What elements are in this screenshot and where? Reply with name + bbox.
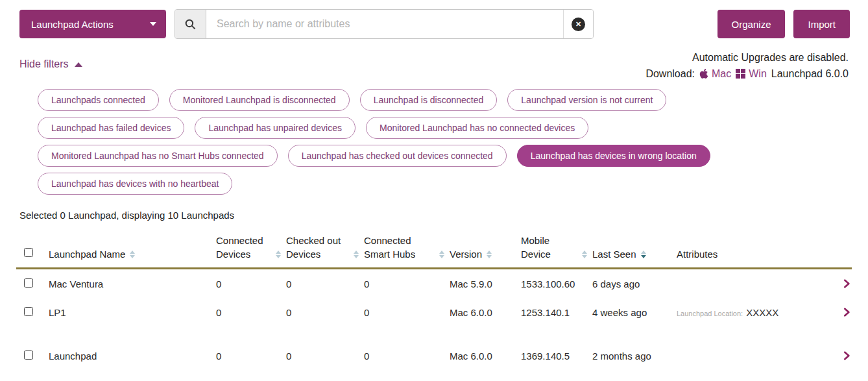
- windows-icon: [736, 69, 745, 79]
- apple-icon: [699, 68, 708, 79]
- mac-link-label: Mac: [712, 66, 731, 82]
- last-seen: 4 weeks ago: [592, 307, 677, 318]
- download-line: Download: Mac Win Launchpad 6.0.0: [645, 66, 849, 82]
- chevron-up-icon: [75, 62, 82, 67]
- row-detail-chevron[interactable]: [834, 350, 852, 362]
- column-header[interactable]: Connected Devices: [216, 234, 286, 261]
- sort-icon[interactable]: [354, 251, 359, 261]
- checked-out-devices-count: 0: [286, 350, 364, 362]
- launchpad-name: Mac Ventura: [49, 278, 216, 289]
- select-all-checkbox[interactable]: [24, 248, 33, 257]
- filter-chip[interactable]: Monitored Launchpad is disconnected: [169, 89, 350, 111]
- column-header[interactable]: Version: [450, 247, 521, 261]
- connected-smart-hubs-count: 0: [364, 278, 450, 289]
- mobile-device: 1369.140.5: [521, 350, 592, 362]
- table-body: Mac Ventura000Mac 5.9.01533.100.606 days…: [16, 269, 852, 370]
- column-header-label: Checked out Devices: [286, 234, 349, 261]
- attribute-value: XXXXX: [746, 307, 778, 318]
- chevron-down-icon: [150, 22, 156, 26]
- launchpad-version-label: Launchpad 6.0.0: [771, 66, 849, 82]
- row-checkbox[interactable]: [24, 278, 33, 288]
- checked-out-devices-count: 0: [286, 307, 364, 318]
- chevron-right-icon: [841, 350, 852, 362]
- auto-upgrade-status: Automatic Upgrades are disabled.: [645, 49, 849, 66]
- win-link-label: Win: [749, 66, 767, 82]
- mobile-device: 1253.140.1: [521, 307, 592, 318]
- column-header-label: Launchpad Name: [49, 247, 125, 261]
- hide-filters-label: Hide filters: [19, 58, 69, 70]
- filter-chips: Launchpads connectedMonitored Launchpad …: [38, 89, 745, 195]
- sort-icon[interactable]: [276, 251, 281, 261]
- connected-smart-hubs-count: 0: [364, 307, 450, 318]
- search-bar: ✕: [175, 9, 594, 39]
- column-header-label: Version: [450, 247, 482, 261]
- launchpad-name: LP1: [49, 307, 216, 318]
- launchpad-actions-label: Launchpad Actions: [31, 19, 114, 30]
- table-row: Launchpad000Mac 6.0.01369.140.52 months …: [16, 341, 852, 370]
- info-row: Hide filters Automatic Upgrades are disa…: [0, 39, 868, 82]
- row-detail-chevron[interactable]: [834, 278, 852, 289]
- selection-summary: Selected 0 Launchpad, displaying 10 Laun…: [19, 210, 868, 221]
- version: Mac 6.0.0: [450, 350, 521, 362]
- win-download-link[interactable]: Win: [736, 66, 767, 82]
- last-seen: 2 months ago: [592, 350, 677, 362]
- column-header: Attributes: [677, 247, 834, 261]
- filter-chip[interactable]: Monitored Launchpad has no Smart Hubs co…: [38, 145, 278, 167]
- sort-icon[interactable]: [487, 251, 492, 261]
- row-checkbox[interactable]: [24, 350, 33, 360]
- version: Mac 5.9.0: [450, 278, 521, 289]
- launchpad-name: Launchpad: [49, 350, 216, 362]
- organize-button[interactable]: Organize: [717, 10, 786, 38]
- version: Mac 6.0.0: [450, 307, 521, 318]
- search-icon: [175, 10, 206, 38]
- row-checkbox[interactable]: [24, 307, 33, 316]
- filter-chip[interactable]: Launchpad has checked out devices connec…: [288, 145, 507, 167]
- column-header-label: Last Seen: [592, 247, 636, 261]
- row-detail-chevron[interactable]: [834, 306, 852, 318]
- checked-out-devices-count: 0: [286, 278, 364, 289]
- table-row: LP1000Mac 6.0.01253.140.14 weeks agoLaun…: [16, 298, 852, 326]
- toolbar: Launchpad Actions ✕ Organize Import: [0, 0, 868, 39]
- last-seen: 6 days ago: [592, 278, 677, 289]
- column-header[interactable]: Last Seen: [592, 247, 677, 261]
- sort-icon[interactable]: [130, 251, 135, 261]
- clear-search-button[interactable]: ✕: [563, 10, 593, 38]
- column-header-label: Connected Devices: [216, 234, 271, 261]
- table-row: Mac Ventura000Mac 5.9.01533.100.606 days…: [16, 269, 852, 298]
- launchpad-actions-button[interactable]: Launchpad Actions: [19, 10, 166, 38]
- sort-icon[interactable]: [582, 251, 587, 261]
- connected-smart-hubs-count: 0: [364, 350, 450, 362]
- search-input[interactable]: [206, 10, 563, 38]
- column-header[interactable]: Connected Smart Hubs: [364, 234, 450, 261]
- clear-icon: ✕: [572, 18, 585, 31]
- sort-icon[interactable]: [439, 251, 444, 261]
- upgrade-info: Automatic Upgrades are disabled. Downloa…: [645, 49, 849, 82]
- launchpad-table: Launchpad NameConnected DevicesChecked o…: [16, 234, 852, 370]
- attribute-label: Launchpad Location:: [677, 310, 743, 317]
- filter-chip[interactable]: Launchpad version is not current: [507, 89, 666, 111]
- sort-icon[interactable]: [641, 251, 646, 261]
- table-header: Launchpad NameConnected DevicesChecked o…: [16, 234, 852, 269]
- filter-chip[interactable]: Launchpad has unpaired devices: [195, 117, 356, 139]
- chevron-right-icon: [841, 306, 852, 318]
- filter-chip[interactable]: Monitored Launchpad has no connected dev…: [366, 117, 588, 139]
- filter-chip[interactable]: Launchpad has failed devices: [38, 117, 184, 139]
- column-header[interactable]: Launchpad Name: [49, 247, 216, 261]
- mobile-device: 1533.100.60: [521, 278, 592, 289]
- connected-devices-count: 0: [216, 307, 286, 318]
- column-header[interactable]: Mobile Device: [521, 234, 592, 261]
- hide-filters-link[interactable]: Hide filters: [19, 58, 82, 70]
- import-button[interactable]: Import: [793, 10, 850, 38]
- filter-chip[interactable]: Launchpads connected: [38, 89, 159, 111]
- attributes-cell: Launchpad Location:XXXXX: [677, 307, 834, 318]
- download-label: Download:: [645, 66, 695, 82]
- column-header-label: Connected Smart Hubs: [364, 234, 435, 261]
- chevron-right-icon: [841, 278, 852, 289]
- filter-chip[interactable]: Launchpad is disconnected: [360, 89, 498, 111]
- column-header-label: Mobile Device: [521, 234, 577, 261]
- column-header[interactable]: Checked out Devices: [286, 234, 364, 261]
- filter-chip[interactable]: Launchpad has devices in wrong location: [517, 145, 710, 167]
- mac-download-link[interactable]: Mac: [699, 66, 731, 82]
- column-header-label: Attributes: [677, 247, 717, 261]
- filter-chip[interactable]: Launchpad has devices with no heartbeat: [38, 173, 232, 195]
